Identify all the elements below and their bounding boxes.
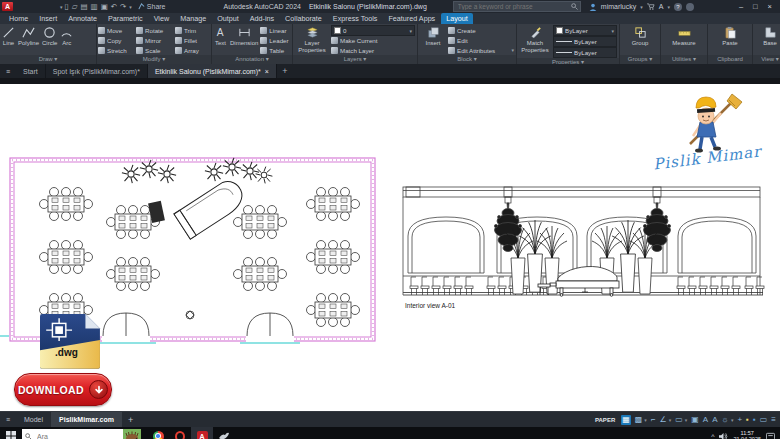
grid-icon[interactable]: ▦ bbox=[621, 415, 631, 425]
layer-properties-button[interactable]: Layer Properties bbox=[294, 25, 330, 55]
help-icon[interactable]: ? bbox=[674, 3, 682, 11]
arc-button[interactable]: Arc bbox=[59, 25, 74, 55]
file-tabs-menu-icon[interactable]: ≡ bbox=[0, 64, 16, 78]
settings-caret-icon[interactable]: ▾ bbox=[731, 417, 734, 423]
scale-button[interactable]: Scale bbox=[136, 46, 174, 55]
edit-block-button[interactable]: Edit bbox=[448, 36, 514, 45]
linetype-select[interactable]: ByLayer bbox=[553, 47, 617, 58]
search-icon[interactable] bbox=[571, 3, 578, 10]
ribbon-tab-insert[interactable]: Insert bbox=[34, 13, 62, 24]
linear-button[interactable]: Linear bbox=[260, 26, 288, 35]
leader-button[interactable]: Leader bbox=[260, 36, 288, 45]
trim-button[interactable]: Trim bbox=[175, 26, 209, 35]
panel-label-modify[interactable]: Modify ▾ bbox=[97, 55, 211, 64]
graphics-performance-icon[interactable]: ▪ bbox=[753, 415, 756, 425]
dove-app-icon[interactable] bbox=[213, 427, 235, 439]
close-button[interactable]: × bbox=[768, 2, 772, 11]
object-color-select[interactable]: ByLayer ▾ bbox=[553, 25, 617, 36]
isolate-objects-icon[interactable]: ▣ bbox=[691, 415, 699, 425]
layer-select[interactable]: 0 ▾ bbox=[331, 25, 415, 36]
dwg-file-icon[interactable]: .dwg bbox=[40, 314, 102, 372]
ribbon-tab-express-tools[interactable]: Express Tools bbox=[328, 13, 383, 24]
crosshair-icon[interactable]: + bbox=[737, 415, 742, 425]
close-tab-icon[interactable]: × bbox=[265, 68, 269, 75]
ribbon-tab-parametric[interactable]: Parametric bbox=[103, 13, 148, 24]
layout-tabs-menu-icon[interactable]: ≡ bbox=[0, 416, 16, 423]
copy-button[interactable]: Copy bbox=[98, 36, 135, 45]
save-icon[interactable]: ▤ bbox=[80, 2, 87, 11]
polar-tracking-icon[interactable]: ∠ bbox=[660, 415, 667, 425]
table-button[interactable]: Table bbox=[260, 46, 288, 55]
new-tab-button[interactable]: + bbox=[277, 64, 293, 78]
move-button[interactable]: Move bbox=[98, 26, 135, 35]
layout-tab-pislikmimar[interactable]: PislikMimar.com bbox=[51, 412, 122, 427]
panel-label-properties[interactable]: Properties ▾ bbox=[517, 58, 619, 64]
ribbon-tab-collaborate[interactable]: Collaborate bbox=[280, 13, 327, 24]
annotation-scale-icon[interactable]: A bbox=[712, 415, 717, 425]
ortho-icon[interactable]: ⌐ bbox=[651, 415, 656, 425]
search-highlight-hedgehog-image[interactable] bbox=[123, 429, 141, 439]
isolate-icon[interactable]: ▪ bbox=[746, 415, 749, 425]
plot-icon[interactable]: ▣ bbox=[101, 2, 108, 11]
undo-icon[interactable]: ↶ bbox=[111, 2, 117, 11]
ribbon-tab-view[interactable]: View bbox=[149, 13, 174, 24]
cart-icon[interactable] bbox=[647, 3, 655, 10]
annotation-visibility-icon[interactable]: A bbox=[703, 415, 708, 425]
panel-label-view[interactable]: View ▾ bbox=[753, 55, 780, 64]
mirror-button[interactable]: Mirror bbox=[136, 36, 174, 45]
panel-label-layers[interactable]: Layers ▾ bbox=[293, 55, 417, 64]
settings-gear-icon[interactable]: ☼ bbox=[722, 415, 729, 425]
customization-icon[interactable]: ≡ bbox=[771, 415, 776, 425]
snap-icon[interactable]: ▩ bbox=[635, 415, 643, 425]
taskbar-clock[interactable]: 11:57 21.04.2025 bbox=[733, 430, 761, 439]
user-caret-icon[interactable]: ▾ bbox=[640, 4, 643, 10]
autodesk-apps-icon[interactable]: A bbox=[659, 3, 664, 10]
measure-button[interactable]: Measure bbox=[671, 25, 696, 55]
panel-label-groups[interactable]: Groups ▾ bbox=[620, 55, 660, 64]
taskbar-search-box[interactable] bbox=[22, 429, 141, 439]
drawing-area[interactable]: Interior view A-01 Pislik Mimar bbox=[0, 78, 780, 411]
model-tab[interactable]: Model bbox=[16, 412, 51, 427]
app-menu-button[interactable]: A bbox=[2, 2, 13, 11]
text-button[interactable]: A Text bbox=[213, 25, 228, 55]
open-icon[interactable]: ▱ bbox=[72, 2, 78, 11]
make-current-button[interactable]: Make Current bbox=[331, 36, 415, 45]
array-button[interactable]: Array bbox=[175, 46, 209, 55]
paste-button[interactable]: Paste bbox=[721, 25, 738, 55]
create-block-button[interactable]: Create bbox=[448, 26, 514, 35]
base-button[interactable]: Base bbox=[762, 25, 778, 55]
panel-label-clipboard[interactable]: Clipboard bbox=[708, 55, 752, 64]
ribbon-tab-manage[interactable]: Manage bbox=[175, 13, 211, 24]
maximize-button[interactable]: □ bbox=[753, 2, 758, 11]
panel-label-utilities[interactable]: Utilities ▾ bbox=[661, 55, 707, 64]
circle-button[interactable]: Circle bbox=[41, 25, 58, 55]
polyline-button[interactable]: Polyline bbox=[17, 25, 40, 55]
taskbar-search-input[interactable] bbox=[35, 432, 120, 439]
rotate-button[interactable]: Rotate bbox=[136, 26, 174, 35]
download-button[interactable]: DOWNLOAD bbox=[14, 373, 112, 406]
save-as-icon[interactable]: ▥ bbox=[91, 2, 98, 11]
polar-caret-icon[interactable]: ▾ bbox=[669, 417, 672, 423]
qat-dropdown-icon[interactable]: ▾ bbox=[129, 4, 132, 10]
help-search-input[interactable] bbox=[456, 2, 571, 11]
paper-space-label[interactable]: PAPER bbox=[595, 417, 615, 423]
ribbon-tab-layout[interactable]: Layout bbox=[441, 13, 473, 24]
stretch-button[interactable]: Stretch bbox=[98, 46, 135, 55]
snap-caret-icon[interactable]: ▾ bbox=[644, 417, 647, 423]
help-search-box[interactable] bbox=[453, 1, 581, 12]
edit-attributes-button[interactable]: Edit Attributes ▾ bbox=[448, 46, 514, 55]
clean-screen-icon[interactable]: ▭ bbox=[760, 415, 768, 425]
start-button[interactable] bbox=[0, 427, 22, 439]
osnap-caret-icon[interactable]: ▾ bbox=[685, 417, 688, 423]
volume-icon[interactable] bbox=[719, 432, 728, 439]
apps-caret-icon[interactable]: ▾ bbox=[667, 4, 670, 10]
ribbon-tab-annotate[interactable]: Annotate bbox=[63, 13, 102, 24]
ribbon-tab-addins[interactable]: Add-ins bbox=[245, 13, 279, 24]
group-button[interactable]: Group bbox=[631, 25, 650, 55]
ribbon-tab-home[interactable]: Home bbox=[4, 13, 33, 24]
redo-icon[interactable]: ↷ bbox=[120, 2, 126, 11]
autocad-app-icon[interactable]: A bbox=[191, 427, 213, 439]
match-properties-button[interactable]: Match Properties bbox=[518, 25, 552, 58]
new-file-icon[interactable]: ▯ bbox=[65, 2, 69, 11]
ribbon-tab-featured-apps[interactable]: Featured Apps bbox=[383, 13, 440, 24]
